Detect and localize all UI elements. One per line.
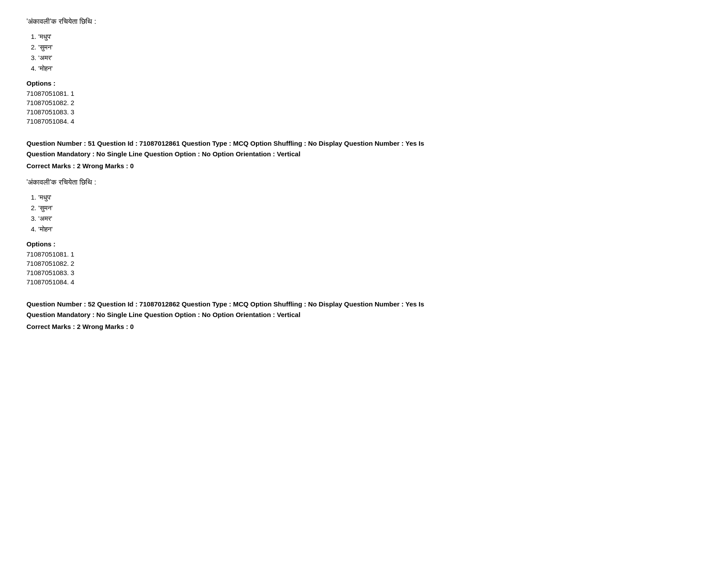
question-51-choices: 1. 'मधुप' 2. 'सुमन' 3. 'अमर' 4. 'मोहन'	[26, 193, 702, 233]
list-item: 1. 'मधुप'	[31, 33, 702, 41]
top-choices-list: 1. 'मधुप' 2. 'सुमन' 3. 'अमर' 4. 'मोहन'	[26, 33, 702, 72]
question-51-option-3: 71087051083. 3	[26, 269, 702, 276]
question-51-meta-line2: Question Mandatory : No Single Line Ques…	[26, 150, 300, 158]
question-52-meta-line2: Question Mandatory : No Single Line Ques…	[26, 311, 300, 318]
list-item: 1. 'मधुप'	[31, 193, 702, 201]
list-item: 4. 'मोहन'	[31, 225, 702, 233]
question-52-meta-line1: Question Number : 52 Question Id : 71087…	[26, 300, 424, 308]
question-51-meta-line1: Question Number : 51 Question Id : 71087…	[26, 140, 424, 147]
top-options-label: Options :	[26, 79, 702, 87]
list-item: 2. 'सुमन'	[31, 204, 702, 212]
question-51-option-1: 71087051081. 1	[26, 250, 702, 258]
question-51-options-label: Options :	[26, 240, 702, 248]
top-option-1: 71087051081. 1	[26, 90, 702, 97]
list-item: 2. 'सुमन'	[31, 43, 702, 51]
question-52-marks: Correct Marks : 2 Wrong Marks : 0	[26, 323, 702, 330]
list-item: 4. 'मोहन'	[31, 64, 702, 72]
top-option-4: 71087051084. 4	[26, 117, 702, 125]
list-item: 3. 'अमर'	[31, 54, 702, 62]
top-option-3: 71087051083. 3	[26, 108, 702, 116]
question-52-meta: Question Number : 52 Question Id : 71087…	[26, 299, 702, 320]
question-51-text: 'अंकावली'क रचियेता छिथि :	[26, 178, 702, 186]
question-52-section: Question Number : 52 Question Id : 71087…	[26, 299, 702, 330]
list-item: 3. 'अमर'	[31, 215, 702, 223]
top-question-text: 'अंकावली'क रचियेता छिथि :	[26, 18, 702, 26]
top-section: 'अंकावली'क रचियेता छिथि : 1. 'मधुप' 2. '…	[26, 18, 702, 125]
question-51-option-4: 71087051084. 4	[26, 278, 702, 286]
question-51-marks: Correct Marks : 2 Wrong Marks : 0	[26, 162, 702, 170]
question-51-option-2: 71087051082. 2	[26, 260, 702, 267]
top-option-2: 71087051082. 2	[26, 99, 702, 106]
question-51-section: Question Number : 51 Question Id : 71087…	[26, 138, 702, 286]
question-51-meta: Question Number : 51 Question Id : 71087…	[26, 138, 702, 159]
